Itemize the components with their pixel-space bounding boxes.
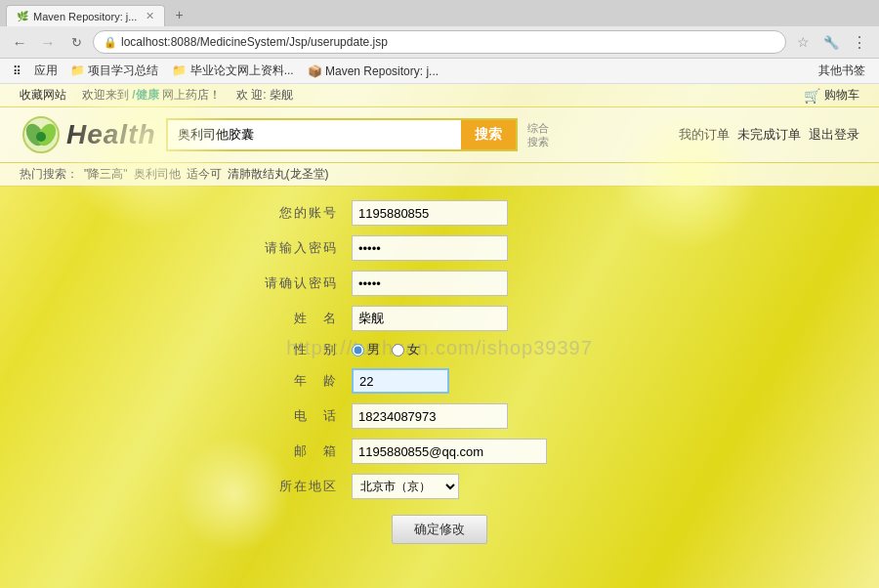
logo-svg xyxy=(20,113,63,156)
new-tab-button[interactable]: + xyxy=(167,3,190,26)
logo-area: Health xyxy=(20,113,156,156)
apps-icon[interactable]: ⠿ xyxy=(8,63,26,80)
logo-icon xyxy=(20,113,63,156)
browser-tabs-bar: 🌿 Maven Repository: j... ✕ + xyxy=(0,0,879,26)
hot-search-label: 热门搜索： xyxy=(20,166,78,183)
bookmark-star[interactable]: ☆ xyxy=(791,30,815,54)
favorites-link[interactable]: 收藏网站 xyxy=(20,87,66,104)
form-area: 您的账号 请输入密码 请确认密码 姓 名 性 别 男 女 xyxy=(0,187,879,544)
bookmarks-bar: ⠿ 应用 📁 项目学习总结 📁 毕业论文网上资料... 📦 Maven Repo… xyxy=(0,59,879,84)
search-input[interactable] xyxy=(166,118,461,151)
radio-male[interactable]: 男 xyxy=(352,341,380,358)
tab-close-icon[interactable]: ✕ xyxy=(146,10,154,22)
input-phone[interactable] xyxy=(352,403,508,429)
comp-search-line2: 搜索 xyxy=(527,135,549,148)
radio-male-input[interactable] xyxy=(352,344,364,357)
extensions-button[interactable]: 🔧 xyxy=(819,30,843,54)
page-content: 收藏网站 欢迎来到 /健康 网上药店！ 欢 迎: 柴舰 🛒 购物车 Health xyxy=(0,84,879,588)
back-button[interactable]: ← xyxy=(8,30,31,54)
secure-icon: 🔒 xyxy=(104,36,117,49)
input-email[interactable] xyxy=(352,439,547,464)
radio-female-input[interactable] xyxy=(392,344,404,357)
header-nav: 我的订单 未完成订单 退出登录 xyxy=(679,126,859,144)
site-header: Health 搜索 综合 搜索 我的订单 未完成订单 退出登录 xyxy=(0,107,879,163)
form-row-password: 请输入密码 xyxy=(225,235,654,261)
hot-search-item-2[interactable]: 奥利司他 xyxy=(134,166,181,183)
nav-incomplete-orders[interactable]: 未完成订单 xyxy=(737,126,801,144)
form-row-email: 邮 箱 xyxy=(225,439,654,464)
label-password: 请输入密码 xyxy=(225,239,352,257)
label-name: 姓 名 xyxy=(225,310,352,327)
form-row-confirm-password: 请确认密码 xyxy=(225,271,654,296)
tab-favicon: 🌿 xyxy=(17,11,28,21)
form-row-region: 所在地区 北京市（京） 上海市（沪） 广州市 深圳市 xyxy=(225,474,654,499)
browser-toolbar: ← → ↻ 🔒 localhost:8088/MedicineSystem/Js… xyxy=(0,26,879,59)
forward-button[interactable]: → xyxy=(36,30,60,54)
top-bar-right: 🛒 购物车 xyxy=(804,87,859,104)
form-row-account: 您的账号 xyxy=(225,200,654,226)
logo-text: Health xyxy=(66,119,156,150)
browser-tab-active[interactable]: 🌿 Maven Repository: j... ✕ xyxy=(6,5,165,26)
user-welcome: 欢 迎: 柴舰 xyxy=(236,87,293,104)
welcome-text: 欢迎来到 /健康 网上药店！ xyxy=(82,87,221,104)
label-region: 所在地区 xyxy=(225,478,352,495)
search-area: 搜索 xyxy=(166,118,518,151)
comprehensive-search[interactable]: 综合 搜索 xyxy=(527,121,549,149)
hot-search-item-4[interactable]: 清肺散结丸(龙圣堂) xyxy=(228,166,329,183)
search-button[interactable]: 搜索 xyxy=(461,118,518,151)
other-bookmarks[interactable]: 其他书签 xyxy=(813,61,871,81)
svg-point-3 xyxy=(36,132,46,142)
input-password[interactable] xyxy=(352,235,508,261)
bookmark-item-1[interactable]: 📁 项目学习总结 xyxy=(65,61,163,81)
tab-label: Maven Repository: j... xyxy=(33,11,137,22)
browser-chrome: 🌿 Maven Repository: j... ✕ + ← → ↻ 🔒 loc… xyxy=(0,0,879,84)
bookmark-item-3[interactable]: 📦 Maven Repository: j... xyxy=(303,63,443,80)
form-submit-row: 确定修改 xyxy=(392,515,487,544)
hot-search-item-3[interactable]: 适今可 xyxy=(187,166,222,183)
form-row-gender: 性 别 男 女 xyxy=(225,341,654,358)
menu-button[interactable]: ⋮ xyxy=(848,30,871,54)
form-row-age: 年 龄 xyxy=(225,368,654,394)
input-confirm-password[interactable] xyxy=(352,271,508,296)
form-row-name: 姓 名 xyxy=(225,306,654,331)
comp-search-line1: 综合 xyxy=(527,121,549,135)
input-age[interactable] xyxy=(352,368,449,394)
label-email: 邮 箱 xyxy=(225,442,352,460)
nav-my-orders[interactable]: 我的订单 xyxy=(679,126,730,144)
bookmark-item-2[interactable]: 📁 毕业论文网上资料... xyxy=(167,61,298,81)
nav-logout[interactable]: 退出登录 xyxy=(809,126,859,144)
url-text: localhost:8088/MedicineSystem/Jsp/userup… xyxy=(121,35,388,49)
reload-button[interactable]: ↻ xyxy=(64,30,88,54)
hot-search-item-1[interactable]: "降三高" xyxy=(84,166,128,183)
label-gender: 性 别 xyxy=(225,341,352,358)
url-bar[interactable]: 🔒 localhost:8088/MedicineSystem/Jsp/user… xyxy=(93,30,786,54)
cart-label[interactable]: 购物车 xyxy=(824,87,859,104)
input-name[interactable] xyxy=(352,306,508,331)
hot-search-bar: 热门搜索： "降三高" 奥利司他 适今可 清肺散结丸(龙圣堂) xyxy=(0,163,879,187)
submit-button[interactable]: 确定修改 xyxy=(392,515,487,544)
cart-icon: 🛒 xyxy=(804,88,820,104)
bookmark-apps-label[interactable]: 应用 xyxy=(30,61,62,81)
gender-radio-group: 男 女 xyxy=(352,341,420,358)
select-region[interactable]: 北京市（京） 上海市（沪） 广州市 深圳市 xyxy=(352,474,459,499)
label-phone: 电 话 xyxy=(225,407,352,425)
label-age: 年 龄 xyxy=(225,372,352,390)
label-confirm-password: 请确认密码 xyxy=(225,274,352,292)
radio-female[interactable]: 女 xyxy=(392,341,420,358)
site-top-bar: 收藏网站 欢迎来到 /健康 网上药店！ 欢 迎: 柴舰 🛒 购物车 xyxy=(0,84,879,107)
top-bar-left: 收藏网站 欢迎来到 /健康 网上药店！ 欢 迎: 柴舰 xyxy=(20,87,293,104)
input-account[interactable] xyxy=(352,200,508,226)
form-row-phone: 电 话 xyxy=(225,403,654,429)
label-account: 您的账号 xyxy=(225,204,352,222)
